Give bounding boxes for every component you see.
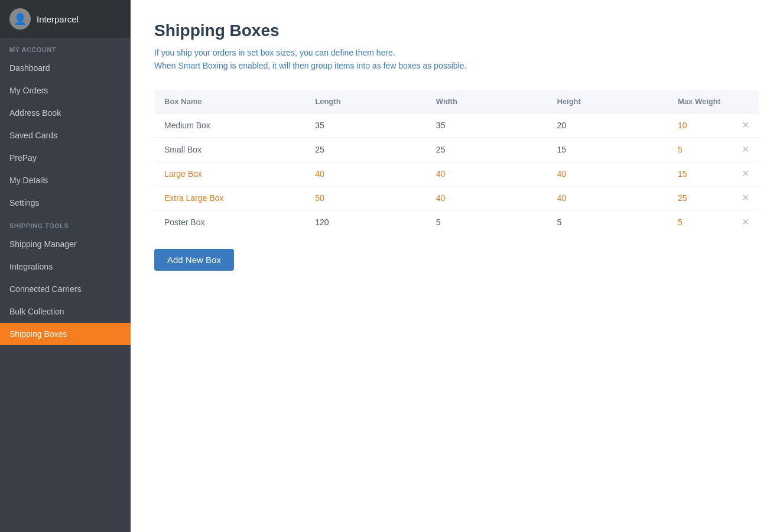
table-row: Poster Box 120 5 5 5 ✕ bbox=[155, 210, 759, 234]
col-header-length: Length bbox=[306, 89, 427, 113]
cell-width: 5 bbox=[427, 210, 548, 234]
cell-height: 15 bbox=[547, 137, 668, 161]
delete-icon[interactable]: ✕ bbox=[742, 217, 749, 227]
col-header-box-name: Box Name bbox=[155, 89, 306, 113]
main-content: Shipping Boxes If you ship your orders i… bbox=[131, 0, 783, 532]
delete-icon[interactable]: ✕ bbox=[742, 120, 749, 130]
cell-box-name: Poster Box bbox=[155, 210, 306, 234]
sidebar-item-dashboard[interactable]: Dashboard bbox=[0, 57, 131, 79]
subtitle-line1: If you ship your orders in set box sizes… bbox=[154, 46, 759, 59]
sidebar-item-settings[interactable]: Settings bbox=[0, 192, 131, 214]
table-header: Box Name Length Width Height Max Weight bbox=[155, 89, 759, 113]
page-title: Shipping Boxes bbox=[154, 21, 759, 40]
my-account-nav: DashboardMy OrdersAddress BookSaved Card… bbox=[0, 57, 131, 214]
add-new-box-button[interactable]: Add New Box bbox=[154, 249, 234, 271]
table-body: Medium Box 35 35 20 10 ✕ Small Box 25 25… bbox=[155, 113, 759, 234]
cell-box-name: Extra Large Box bbox=[155, 186, 306, 210]
shipping-tools-section-label: SHIPPING TOOLS bbox=[0, 214, 131, 233]
cell-max-weight: 10 bbox=[668, 113, 732, 137]
table-row: Large Box 40 40 40 15 ✕ bbox=[155, 161, 759, 186]
col-header-width: Width bbox=[427, 89, 548, 113]
cell-width: 25 bbox=[427, 137, 548, 161]
cell-height: 40 bbox=[547, 186, 668, 210]
cell-max-weight: 5 bbox=[668, 137, 732, 161]
cell-action: ✕ bbox=[732, 186, 759, 210]
table-row: Extra Large Box 50 40 40 25 ✕ bbox=[155, 186, 759, 210]
cell-max-weight: 5 bbox=[668, 210, 732, 234]
delete-icon[interactable]: ✕ bbox=[742, 193, 749, 203]
avatar: 👤 bbox=[9, 8, 31, 30]
cell-max-weight: 25 bbox=[668, 186, 732, 210]
col-header-height: Height bbox=[547, 89, 668, 113]
sidebar-item-prepay[interactable]: PrePay bbox=[0, 147, 131, 169]
sidebar-item-saved-cards[interactable]: Saved Cards bbox=[0, 124, 131, 147]
my-account-section-label: MY ACCOUNT bbox=[0, 38, 131, 57]
sidebar-item-bulk-collection[interactable]: Bulk Collection bbox=[0, 300, 131, 323]
sidebar-item-integrations[interactable]: Integrations bbox=[0, 255, 131, 278]
cell-box-name: Small Box bbox=[155, 137, 306, 161]
cell-height: 40 bbox=[547, 161, 668, 186]
cell-action: ✕ bbox=[732, 210, 759, 234]
cell-action: ✕ bbox=[732, 161, 759, 186]
col-header-max-weight: Max Weight bbox=[668, 89, 732, 113]
sidebar-item-connected-carriers[interactable]: Connected Carriers bbox=[0, 278, 131, 300]
cell-box-name: Medium Box bbox=[155, 113, 306, 137]
cell-width: 40 bbox=[427, 186, 548, 210]
brand-name: Interparcel bbox=[37, 14, 79, 24]
sidebar-item-my-orders[interactable]: My Orders bbox=[0, 79, 131, 102]
subtitle-line2: When Smart Boxing is enabled, it will th… bbox=[154, 59, 759, 72]
sidebar-item-shipping-boxes[interactable]: Shipping Boxes bbox=[0, 323, 131, 345]
sidebar-item-my-details[interactable]: My Details bbox=[0, 169, 131, 192]
cell-length: 40 bbox=[306, 161, 427, 186]
delete-icon[interactable]: ✕ bbox=[742, 168, 749, 179]
cell-action: ✕ bbox=[732, 113, 759, 137]
sidebar-item-address-book[interactable]: Address Book bbox=[0, 102, 131, 124]
cell-action: ✕ bbox=[732, 137, 759, 161]
subtitle: If you ship your orders in set box sizes… bbox=[154, 46, 759, 73]
cell-length: 120 bbox=[306, 210, 427, 234]
cell-length: 25 bbox=[306, 137, 427, 161]
cell-height: 5 bbox=[547, 210, 668, 234]
sidebar: 👤 Interparcel MY ACCOUNT DashboardMy Ord… bbox=[0, 0, 131, 532]
table-row: Medium Box 35 35 20 10 ✕ bbox=[155, 113, 759, 137]
sidebar-item-shipping-manager[interactable]: Shipping Manager bbox=[0, 233, 131, 255]
delete-icon[interactable]: ✕ bbox=[742, 144, 749, 154]
shipping-tools-nav: Shipping ManagerIntegrationsConnected Ca… bbox=[0, 233, 131, 345]
cell-width: 40 bbox=[427, 161, 548, 186]
shipping-boxes-table: Box Name Length Width Height Max Weight … bbox=[154, 89, 759, 235]
cell-height: 20 bbox=[547, 113, 668, 137]
table-row: Small Box 25 25 15 5 ✕ bbox=[155, 137, 759, 161]
sidebar-header: 👤 Interparcel bbox=[0, 0, 131, 38]
cell-max-weight: 15 bbox=[668, 161, 732, 186]
col-header-action bbox=[732, 89, 759, 113]
cell-length: 35 bbox=[306, 113, 427, 137]
cell-length: 50 bbox=[306, 186, 427, 210]
cell-width: 35 bbox=[427, 113, 548, 137]
cell-box-name: Large Box bbox=[155, 161, 306, 186]
